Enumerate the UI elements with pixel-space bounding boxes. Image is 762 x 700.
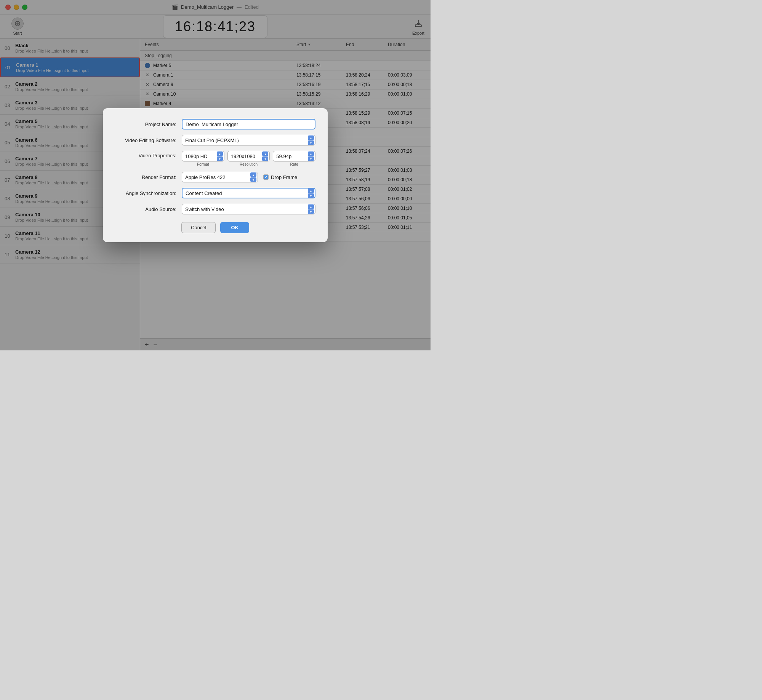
modal-overlay: Project Name: Video Editing Software: Fi… [0,0,431,350]
drop-frame-wrap: Drop Frame [263,174,297,180]
cancel-button[interactable]: Cancel [181,222,216,233]
audio-source-label: Audio Source: [115,206,182,212]
video-properties-fields: 1080p HD 1920x1080 [182,151,315,166]
audio-source-select-wrapper: Switch with Video [182,204,315,214]
video-resolution-select[interactable]: 1920x1080 [227,151,270,161]
video-properties-label: Video Properties: [115,151,182,158]
render-format-select-wrap: Apple ProRes 422 [182,172,258,182]
video-properties-row: Video Properties: 1080p HD 1 [115,151,315,166]
angle-sync-select[interactable]: Content Created [182,188,315,198]
dialog-buttons: Cancel OK [115,222,315,233]
audio-source-select[interactable]: Switch with Video [182,204,315,214]
video-software-row: Video Editing Software: Final Cut Pro (F… [115,135,315,145]
resolution-sublabel: Resolution [227,162,270,166]
angle-sync-row: Angle Synchronization: Content Created [115,188,315,198]
project-name-input[interactable] [182,119,315,129]
angle-sync-select-wrapper: Content Created [182,188,315,198]
project-name-label: Project Name: [115,121,182,127]
audio-source-row: Audio Source: Switch with Video [115,204,315,214]
angle-sync-label: Angle Synchronization: [115,190,182,196]
video-selects: 1080p HD 1920x1080 [182,151,315,161]
format-select-wrap: 1080p HD [182,151,224,161]
video-rate-select[interactable]: 59.94p [273,151,315,161]
drop-frame-checkbox[interactable] [263,174,269,180]
ok-button[interactable]: OK [220,222,249,233]
video-format-select[interactable]: 1080p HD [182,151,224,161]
render-format-select[interactable]: Apple ProRes 422 [182,172,258,182]
format-sublabel: Format [182,162,224,166]
drop-frame-label: Drop Frame [271,174,297,180]
video-software-label: Video Editing Software: [115,137,182,143]
video-software-select-wrapper: Final Cut Pro (FCPXML) [182,135,315,145]
rate-select-wrap: 59.94p [273,151,315,161]
settings-dialog: Project Name: Video Editing Software: Fi… [103,108,328,242]
rate-sublabel: Rate [273,162,315,166]
resolution-select-wrap: 1920x1080 [227,151,270,161]
project-name-row: Project Name: [115,119,315,129]
video-sublabels: Format Resolution Rate [182,162,315,166]
video-software-select[interactable]: Final Cut Pro (FCPXML) [182,135,315,145]
render-format-row: Render Format: Apple ProRes 422 Drop Fra… [115,172,315,182]
render-format-label: Render Format: [115,174,182,180]
